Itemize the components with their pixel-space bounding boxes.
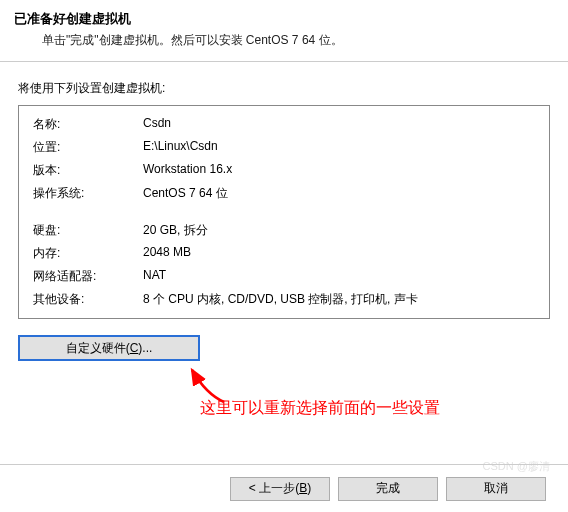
summary-value: 20 GB, 拆分 xyxy=(143,222,535,239)
summary-row: 版本: Workstation 16.x xyxy=(33,162,535,179)
summary-value: 2048 MB xyxy=(143,245,535,262)
summary-row: 内存: 2048 MB xyxy=(33,245,535,262)
settings-section-label: 将使用下列设置创建虚拟机: xyxy=(18,80,568,97)
summary-value: E:\Linux\Csdn xyxy=(143,139,535,156)
customize-hardware-button[interactable]: 自定义硬件(C)... xyxy=(18,335,200,361)
summary-label: 版本: xyxy=(33,162,143,179)
summary-row: 名称: Csdn xyxy=(33,116,535,133)
summary-value: CentOS 7 64 位 xyxy=(143,185,535,202)
summary-row: 硬盘: 20 GB, 拆分 xyxy=(33,222,535,239)
summary-label: 操作系统: xyxy=(33,185,143,202)
finish-button[interactable]: 完成 xyxy=(338,477,438,501)
back-button[interactable]: < 上一步(B) xyxy=(230,477,330,501)
annotation-text: 这里可以重新选择前面的一些设置 xyxy=(200,398,440,419)
cancel-button[interactable]: 取消 xyxy=(446,477,546,501)
wizard-header: 已准备好创建虚拟机 单击"完成"创建虚拟机。然后可以安装 CentOS 7 64… xyxy=(0,0,568,62)
summary-row: 网络适配器: NAT xyxy=(33,268,535,285)
summary-label: 内存: xyxy=(33,245,143,262)
summary-row: 其他设备: 8 个 CPU 内核, CD/DVD, USB 控制器, 打印机, … xyxy=(33,291,535,308)
page-subtitle: 单击"完成"创建虚拟机。然后可以安装 CentOS 7 64 位。 xyxy=(42,32,554,49)
summary-label: 网络适配器: xyxy=(33,268,143,285)
dialog-footer: < 上一步(B) 完成 取消 xyxy=(0,464,568,512)
page-title: 已准备好创建虚拟机 xyxy=(14,10,554,28)
summary-value: NAT xyxy=(143,268,535,285)
summary-value: Csdn xyxy=(143,116,535,133)
summary-label: 硬盘: xyxy=(33,222,143,239)
settings-summary-box: 名称: Csdn 位置: E:\Linux\Csdn 版本: Workstati… xyxy=(18,105,550,319)
summary-row: 位置: E:\Linux\Csdn xyxy=(33,139,535,156)
summary-value: Workstation 16.x xyxy=(143,162,535,179)
summary-label: 位置: xyxy=(33,139,143,156)
summary-value: 8 个 CPU 内核, CD/DVD, USB 控制器, 打印机, 声卡 xyxy=(143,291,535,308)
summary-row: 操作系统: CentOS 7 64 位 xyxy=(33,185,535,202)
summary-label: 其他设备: xyxy=(33,291,143,308)
summary-label: 名称: xyxy=(33,116,143,133)
